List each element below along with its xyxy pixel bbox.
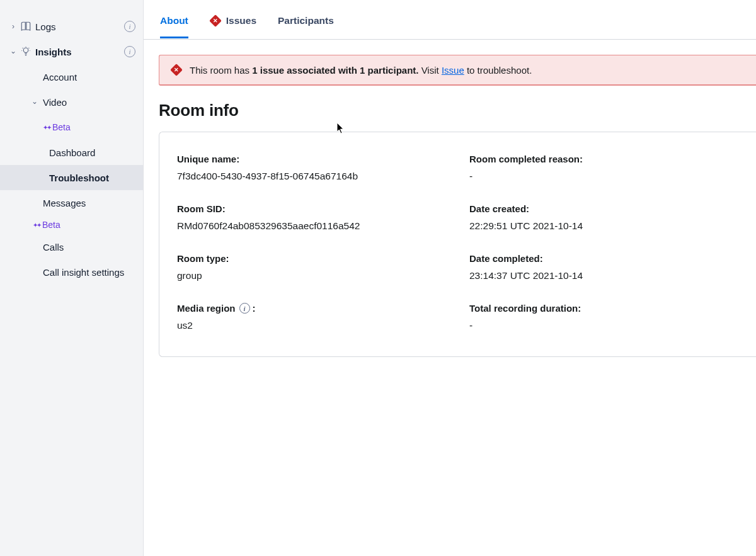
field-date-completed: Date completed: 23:14:37 UTC 2021-10-14 [469, 253, 741, 281]
sidebar-item-label: Logs [35, 21, 124, 32]
field-unique-name: Unique name: 7f3dc400-5430-4937-8f15-067… [177, 154, 463, 182]
sidebar-item-label: Troubleshoot [49, 173, 135, 183]
issue-icon [210, 15, 221, 26]
field-label: Unique name: [177, 154, 463, 164]
sidebar-item-dashboard[interactable]: Dashboard [0, 140, 143, 165]
sidebar-item-insights[interactable]: ⌄ Insights i [0, 39, 143, 64]
sidebar-item-calls[interactable]: Calls [0, 234, 143, 259]
sidebar-item-label: Calls [43, 242, 135, 252]
sidebar-item-label: Account [43, 72, 135, 82]
field-value: - [469, 171, 741, 182]
info-icon[interactable]: i [239, 303, 250, 314]
sidebar-item-label: Call insight settings [43, 267, 135, 278]
chevron-right-icon: › [9, 22, 18, 31]
field-label: Room type: [177, 253, 463, 264]
sidebar-item-label: Beta [52, 122, 71, 132]
sidebar-item-troubleshoot[interactable]: Troubleshoot [0, 165, 143, 190]
field-date-created: Date created: 22:29:51 UTC 2021-10-14 [469, 203, 741, 232]
section-title: Room info [159, 101, 756, 120]
lightbulb-icon [19, 46, 33, 57]
sidebar-item-account[interactable]: Account [0, 64, 143, 89]
field-value: group [177, 270, 463, 281]
sidebar-item-logs[interactable]: › Logs i [0, 14, 143, 39]
field-value: - [469, 320, 741, 331]
sidebar-item-video-beta[interactable]: ✦✦ Beta [0, 115, 143, 140]
field-label: Date created: [469, 203, 741, 214]
beta-badge: ✦✦ Beta [43, 122, 71, 132]
field-room-type: Room type: group [177, 253, 463, 281]
field-completed-reason: Room completed reason: - [469, 154, 741, 182]
sidebar-item-label: Beta [42, 220, 60, 230]
tab-label: Issues [226, 15, 256, 26]
field-label: Room completed reason: [469, 154, 741, 164]
tab-about[interactable]: About [160, 15, 188, 38]
field-value: 23:14:37 UTC 2021-10-14 [469, 270, 741, 281]
sidebar: › Logs i ⌄ Insights i Account ⌄ Video ✦✦… [0, 0, 144, 556]
field-value: us2 [177, 320, 463, 331]
main-content: About Issues Participants This room has … [144, 0, 756, 556]
alert-message: This room has 1 issue associated with 1 … [190, 65, 532, 76]
alert-issue-link[interactable]: Issue [442, 65, 464, 76]
sidebar-item-call-insight-settings[interactable]: Call insight settings [0, 259, 143, 285]
info-icon[interactable]: i [124, 21, 135, 32]
beta-badge: ✦✦ Beta [33, 220, 60, 230]
issue-icon [171, 64, 182, 76]
sparkle-icon: ✦✦ [43, 124, 50, 131]
sidebar-item-video[interactable]: ⌄ Video [0, 89, 143, 115]
sidebar-item-label: Messages [43, 198, 135, 208]
tab-participants[interactable]: Participants [278, 15, 334, 38]
field-value: 7f3dc400-5430-4937-8f15-06745a67164b [177, 171, 463, 182]
field-label: Date completed: [469, 253, 741, 264]
field-label: Media region i : [177, 303, 463, 314]
sidebar-item-beta[interactable]: ✦✦ Beta [0, 215, 143, 234]
tab-issues[interactable]: Issues [210, 15, 256, 38]
sidebar-item-label: Insights [35, 47, 124, 57]
field-media-region: Media region i : us2 [177, 303, 463, 331]
issue-alert: This room has 1 issue associated with 1 … [159, 55, 756, 86]
sparkle-icon: ✦✦ [33, 222, 40, 229]
cursor-icon [336, 122, 345, 135]
field-value: 22:29:51 UTC 2021-10-14 [469, 220, 741, 232]
svg-point-0 [23, 48, 28, 53]
tab-label: Participants [278, 15, 334, 26]
book-icon [19, 21, 33, 32]
field-label: Total recording duration: [469, 303, 741, 314]
tab-bar: About Issues Participants [144, 0, 756, 40]
sidebar-item-label: Dashboard [49, 147, 135, 158]
info-icon[interactable]: i [124, 46, 135, 57]
field-total-recording-duration: Total recording duration: - [469, 303, 741, 331]
chevron-down-icon: ⌄ [9, 47, 18, 55]
sidebar-item-label: Video [43, 97, 135, 108]
tab-label: About [160, 15, 188, 26]
room-info-card: Unique name: 7f3dc400-5430-4937-8f15-067… [159, 132, 756, 357]
field-room-sid: Room SID: RMd0760f24ab085329635aaecf0116… [177, 203, 463, 232]
chevron-down-icon: ⌄ [30, 97, 39, 106]
field-value: RMd0760f24ab085329635aaecf0116a542 [177, 220, 463, 232]
sidebar-item-messages[interactable]: Messages [0, 190, 143, 215]
field-label: Room SID: [177, 203, 463, 214]
